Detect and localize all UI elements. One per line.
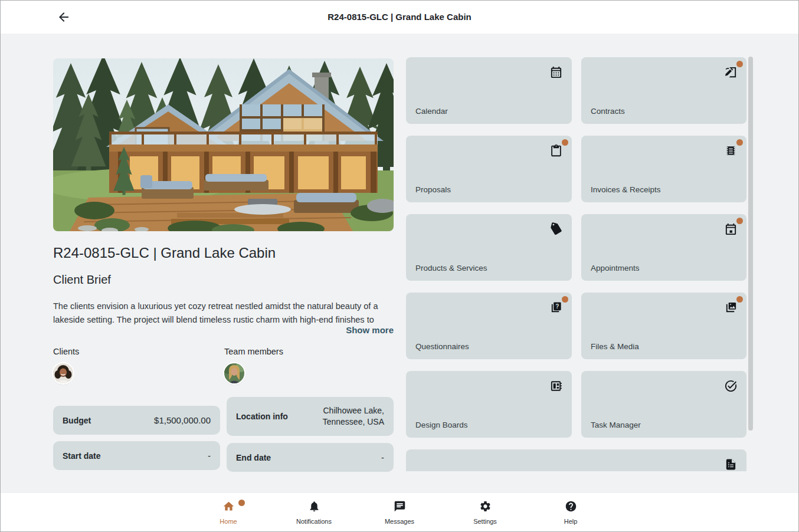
client-avatar[interactable] — [53, 363, 73, 383]
card-label: Questionnaires — [415, 342, 469, 351]
client-brief-heading: Client Brief — [53, 273, 394, 287]
card-label: Appointments — [591, 264, 640, 272]
end-date-label: End date — [236, 453, 271, 462]
nav-label: Notifications — [271, 518, 357, 525]
clipboard-icon — [549, 144, 563, 157]
clients-label: Clients — [53, 347, 79, 356]
design-board-icon — [549, 379, 563, 393]
card-label: Calendar — [415, 107, 448, 116]
location-label: Location info — [236, 412, 288, 421]
nav-item-settings[interactable]: Settings — [443, 493, 528, 525]
vertical-scrollbar[interactable] — [748, 57, 753, 431]
card-invoices-receipts[interactable]: Invoices & Receipts — [581, 136, 746, 202]
photo-library-icon — [724, 301, 738, 314]
budget-field[interactable]: Budget $1,500,000.00 — [53, 406, 220, 435]
home-icon — [222, 500, 235, 513]
start-date-field[interactable]: Start date - — [53, 441, 220, 470]
card-design-boards[interactable]: Design Boards — [406, 371, 572, 438]
card-products-services[interactable]: Products & Services — [406, 214, 572, 281]
bell-icon — [308, 500, 320, 513]
team-member-avatar-image — [224, 363, 244, 383]
show-more-link[interactable]: Show more — [53, 325, 394, 335]
feature-card-grid: Calendar Contracts Proposals — [406, 57, 746, 471]
card-contracts[interactable]: Contracts — [581, 57, 746, 124]
nav-label: Home — [186, 518, 271, 525]
nav-label: Help — [528, 518, 614, 525]
nav-item-help[interactable]: Help — [528, 493, 614, 525]
top-bar: R24-0815-GLC | Grand Lake Cabin — [1, 1, 798, 34]
notification-dot — [238, 500, 245, 506]
help-icon — [565, 500, 577, 513]
card-label: Invoices & Receipts — [591, 185, 661, 194]
team-member-avatar[interactable] — [224, 363, 244, 383]
app-window: R24-0815-GLC | Grand Lake Cabin — [0, 0, 799, 532]
window-title: R24-0815-GLC | Grand Lake Cabin — [1, 1, 798, 34]
card-questionnaires[interactable]: ? Questionnaires — [406, 293, 572, 359]
budget-value: $1,500,000.00 — [154, 415, 211, 425]
card-proposals[interactable]: Proposals — [406, 136, 572, 202]
receipt-icon — [724, 144, 738, 157]
end-date-field[interactable]: End date - — [227, 443, 394, 472]
location-value: Chilhowee Lake, Tennessee, USA — [323, 405, 384, 428]
client-avatar-image — [53, 363, 73, 383]
nav-label: Settings — [443, 518, 528, 525]
location-field[interactable]: Location info Chilhowee Lake, Tennessee,… — [227, 397, 394, 436]
main-content: R24-0815-GLC | Grand Lake Cabin Client B… — [1, 34, 798, 493]
nav-item-notifications[interactable]: Notifications — [271, 493, 357, 525]
event-calendar-icon — [724, 222, 738, 236]
client-brief-text: The clients envision a luxurious yet coz… — [53, 300, 394, 327]
nav-item-home[interactable]: Home — [186, 493, 271, 525]
start-date-value: - — [208, 451, 211, 461]
question-document-icon: ? — [549, 301, 563, 314]
calendar-icon — [549, 65, 563, 79]
location-line1: Chilhowee Lake, — [323, 406, 384, 415]
location-line2: Tennessee, USA — [323, 417, 384, 426]
chat-icon — [394, 500, 406, 513]
price-tag-icon — [549, 222, 563, 236]
card-label: Files & Media — [591, 342, 639, 351]
budget-label: Budget — [63, 416, 91, 425]
project-cover-photo[interactable] — [53, 58, 394, 231]
card-label: Design Boards — [415, 421, 468, 429]
card-label: Task Manager — [591, 421, 641, 429]
card-partial[interactable] — [406, 449, 746, 471]
task-check-icon — [724, 379, 738, 393]
card-files-media[interactable]: Files & Media — [581, 293, 746, 359]
card-label: Products & Services — [415, 264, 487, 272]
card-task-manager[interactable]: Task Manager — [581, 371, 746, 438]
svg-text:?: ? — [555, 303, 559, 310]
team-members-label: Team members — [224, 347, 283, 356]
card-label: Proposals — [415, 185, 451, 194]
gear-icon — [479, 500, 492, 513]
card-appointments[interactable]: Appointments — [581, 214, 746, 281]
nav-label: Messages — [357, 518, 443, 525]
bottom-nav-items: Home Notifications Messages Settings — [186, 493, 614, 525]
card-label: Contracts — [591, 107, 625, 116]
cabin-photo-illustration — [53, 58, 394, 231]
contract-signature-icon — [724, 65, 738, 79]
nav-item-messages[interactable]: Messages — [357, 493, 443, 525]
project-title: R24-0815-GLC | Grand Lake Cabin — [53, 245, 394, 261]
start-date-label: Start date — [63, 451, 101, 461]
bottom-nav: Home Notifications Messages Settings — [1, 493, 798, 531]
end-date-value: - — [381, 452, 384, 462]
card-calendar[interactable]: Calendar — [406, 57, 572, 124]
document-icon — [724, 458, 738, 471]
